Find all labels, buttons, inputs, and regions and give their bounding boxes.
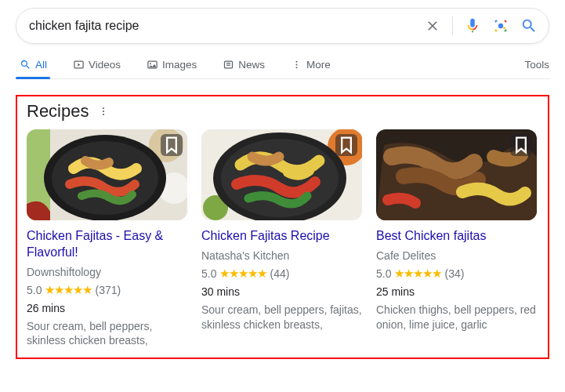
- recipe-source: Downshiftology: [27, 266, 187, 278]
- tab-more[interactable]: More: [287, 58, 334, 78]
- recipe-title: Best Chicken fajitas: [376, 228, 537, 245]
- recipe-rating: 5.0 ★★★★★ (44): [201, 267, 362, 281]
- tab-label: All: [35, 59, 47, 71]
- tools-button[interactable]: Tools: [524, 59, 549, 78]
- recipe-thumbnail: [27, 129, 187, 220]
- tab-label: News: [238, 59, 265, 71]
- tab-label: Images: [162, 59, 197, 71]
- bookmark-icon[interactable]: [510, 134, 532, 156]
- recipe-time: 30 mins: [201, 285, 362, 298]
- recipe-ingredients: Sour cream, bell peppers, fajitas, skinl…: [201, 303, 362, 332]
- star-icon: ★★★★★: [219, 267, 266, 281]
- recipes-heading: Recipes: [27, 101, 89, 122]
- svg-point-9: [295, 64, 297, 65]
- svg-point-13: [103, 114, 104, 115]
- tab-all[interactable]: All: [16, 58, 50, 78]
- recipe-source: Natasha's Kitchen: [201, 249, 362, 262]
- tab-videos[interactable]: Videos: [69, 58, 124, 78]
- recipe-title: Chicken Fajitas - Easy & Flavorful!: [27, 228, 187, 261]
- tab-news[interactable]: News: [219, 58, 268, 78]
- recipe-thumbnail: [201, 129, 362, 220]
- recipe-card[interactable]: Chicken Fajitas - Easy & Flavorful! Down…: [27, 129, 187, 348]
- svg-point-19: [52, 141, 158, 215]
- recipes-options-icon[interactable]: [96, 104, 110, 118]
- recipe-source: Cafe Delites: [376, 249, 537, 262]
- recipe-rating: 5.0 ★★★★★ (371): [27, 283, 187, 297]
- recipe-rating: 5.0 ★★★★★ (34): [376, 267, 537, 281]
- search-bar[interactable]: [16, 8, 549, 44]
- bookmark-icon[interactable]: [335, 134, 357, 156]
- tab-images[interactable]: Images: [143, 58, 200, 78]
- search-icon[interactable]: [520, 17, 538, 34]
- search-small-icon: [19, 58, 31, 71]
- svg-point-1: [503, 27, 505, 29]
- star-icon: ★★★★★: [45, 283, 92, 297]
- news-icon: [222, 58, 234, 71]
- recipe-card[interactable]: Chicken Fajitas Recipe Natasha's Kitchen…: [201, 129, 362, 348]
- image-icon: [146, 58, 158, 71]
- svg-point-8: [295, 60, 297, 62]
- svg-point-11: [103, 107, 104, 109]
- bookmark-icon[interactable]: [161, 134, 183, 156]
- separator: [452, 16, 453, 35]
- recipes-highlight: Recipes: [16, 95, 549, 359]
- tab-label: More: [306, 59, 331, 71]
- recipe-title: Chicken Fajitas Recipe: [201, 228, 362, 245]
- video-icon: [72, 58, 85, 71]
- tab-label: Videos: [89, 59, 121, 71]
- recipe-cards: Chicken Fajitas - Easy & Flavorful! Down…: [27, 129, 538, 348]
- lens-icon[interactable]: [492, 17, 509, 34]
- svg-point-4: [150, 63, 151, 64]
- recipe-card[interactable]: Best Chicken fajitas Cafe Delites 5.0 ★★…: [376, 129, 537, 348]
- clear-icon[interactable]: [424, 17, 441, 34]
- tabs-row: All Videos Images News More Tools: [16, 58, 549, 79]
- recipe-ingredients: Sour cream, bell peppers, skinless chick…: [27, 319, 187, 349]
- more-dots-icon: [290, 58, 302, 71]
- svg-point-0: [498, 24, 503, 28]
- recipe-time: 26 mins: [27, 302, 187, 314]
- svg-point-12: [103, 111, 104, 112]
- mic-icon[interactable]: [464, 17, 481, 34]
- recipe-time: 25 mins: [376, 285, 537, 298]
- recipe-thumbnail: [376, 129, 537, 220]
- recipe-ingredients: Chicken thighs, bell peppers, red onion,…: [376, 303, 537, 332]
- search-input[interactable]: [27, 18, 424, 34]
- star-icon: ★★★★★: [394, 267, 441, 281]
- svg-point-10: [295, 67, 297, 68]
